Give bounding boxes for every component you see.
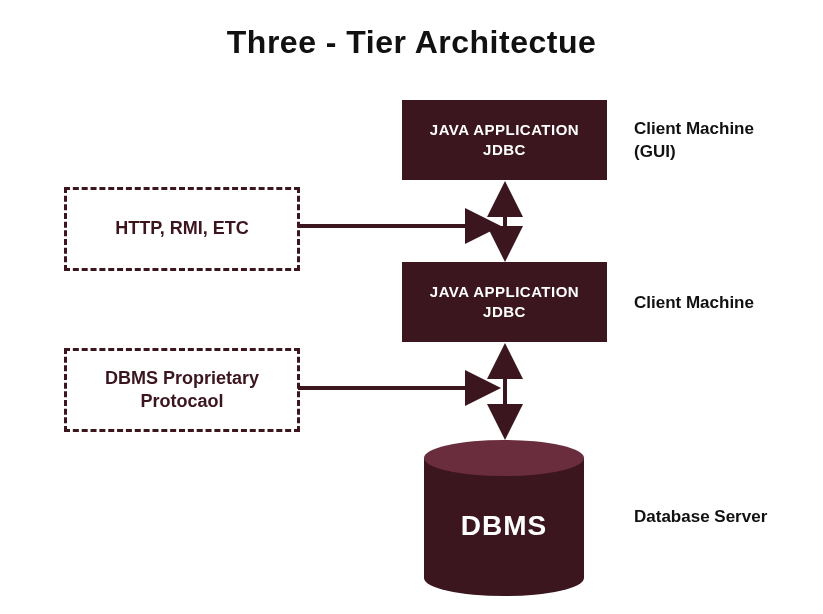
tier1-box: JAVA APPLICATION JDBC xyxy=(402,100,607,180)
right-label-client-machine: Client Machine xyxy=(634,292,754,315)
right-label-database-server: Database Server xyxy=(634,506,767,529)
right-label-client-gui: Client Machine (GUI) xyxy=(634,118,754,164)
tier2-line1: JAVA APPLICATION xyxy=(430,282,579,302)
right-label-client-gui-l1: Client Machine xyxy=(634,119,754,138)
protocol-box-http: HTTP, RMI, ETC xyxy=(64,187,300,271)
protocol-dbms-label: DBMS Proprietary Protocaol xyxy=(67,367,297,414)
right-label-client-gui-l2: (GUI) xyxy=(634,142,676,161)
diagram-title: Three - Tier Architectue xyxy=(0,24,823,61)
protocol-http-label: HTTP, RMI, ETC xyxy=(115,217,249,240)
tier1-line1: JAVA APPLICATION xyxy=(430,120,579,140)
dbms-cylinder: DBMS xyxy=(424,440,584,590)
protocol-box-dbms: DBMS Proprietary Protocaol xyxy=(64,348,300,432)
dbms-label: DBMS xyxy=(424,510,584,542)
tier2-box: JAVA APPLICATION JDBC xyxy=(402,262,607,342)
tier2-line2: JDBC xyxy=(483,302,526,322)
tier1-line2: JDBC xyxy=(483,140,526,160)
